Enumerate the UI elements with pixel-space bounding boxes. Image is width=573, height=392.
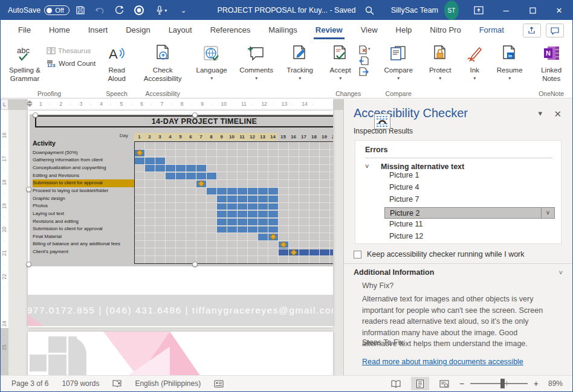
- thesaurus-button[interactable]: Thesaurus: [47, 47, 96, 55]
- error-item-picture-11[interactable]: Picture 11: [389, 220, 422, 228]
- selection-handle-bottom-middle[interactable]: [192, 262, 198, 267]
- tracking-button[interactable]: Tracking ▾: [282, 42, 318, 88]
- gantt-activity-label: Graphic design: [33, 195, 134, 203]
- quick-access-more-icon[interactable]: ⌄: [177, 7, 190, 14]
- word-count-indicator[interactable]: 1079 words: [62, 379, 99, 388]
- maximize-button[interactable]: [519, 1, 546, 20]
- undo-icon[interactable]: [95, 6, 108, 15]
- ribbon-display-options-icon[interactable]: [472, 1, 485, 20]
- zoom-slider[interactable]: [470, 383, 528, 384]
- tab-selector[interactable]: L: [1, 99, 8, 110]
- thesaurus-icon: [47, 47, 56, 55]
- additional-information-header[interactable]: Additional Information: [354, 268, 434, 277]
- read-aloud-button[interactable]: A Read Aloud: [100, 42, 133, 88]
- tab-home[interactable]: Home: [40, 22, 79, 39]
- tab-insert[interactable]: Insert: [79, 22, 117, 39]
- zoom-in-button[interactable]: +: [534, 379, 539, 388]
- hruler-number: 6: [140, 101, 143, 107]
- error-item-picture-12[interactable]: Picture 12: [389, 232, 423, 240]
- tab-review[interactable]: Review: [306, 22, 352, 39]
- selected-error-label: Picture 2: [385, 209, 541, 217]
- proofing-status-icon[interactable]: [112, 379, 121, 388]
- language-button[interactable]: Language ▾: [192, 42, 231, 88]
- ribbon: abc Spelling & Grammar Thesaurus 123 Wor…: [1, 39, 572, 98]
- account-name[interactable]: SillySac Team: [391, 1, 438, 20]
- item-dropdown-icon[interactable]: ˅: [541, 208, 554, 218]
- tab-references[interactable]: References: [201, 22, 259, 39]
- comments-button[interactable]: [546, 24, 564, 37]
- error-item-picture-4[interactable]: Picture 4: [389, 183, 419, 191]
- zoom-out-button[interactable]: −: [459, 379, 464, 388]
- redo-icon[interactable]: [114, 5, 128, 15]
- pane-options-icon[interactable]: ▾: [538, 109, 542, 118]
- hruler-number: 13: [282, 101, 287, 107]
- minimize-button[interactable]: ─: [493, 1, 519, 20]
- selection-handle-bottom-left[interactable]: [26, 262, 31, 267]
- document-page[interactable]: 14-DAY PROJECT TIMELINE Day 123456789101…: [28, 111, 333, 327]
- print-layout-button[interactable]: [411, 377, 429, 390]
- next-page-preview[interactable]: [28, 332, 333, 376]
- previous-change-button[interactable]: [359, 56, 372, 65]
- svg-text:123: 123: [47, 63, 56, 68]
- save-icon[interactable]: [76, 5, 89, 15]
- indent-markers[interactable]: [27, 100, 32, 108]
- spelling-grammar-button[interactable]: abc Spelling & Grammar: [3, 42, 47, 88]
- language-indicator[interactable]: English (Philippines): [135, 379, 201, 388]
- zoom-slider-thumb[interactable]: [500, 379, 505, 388]
- selection-handle-top-middle[interactable]: [192, 112, 198, 118]
- dictate-icon[interactable]: ▾: [153, 5, 171, 15]
- tab-nitro-pro[interactable]: Nitro Pro: [421, 22, 470, 39]
- selection-handle-top-left[interactable]: [33, 112, 38, 118]
- ribbon-group-accessibility: Check Accessibility Accessibility: [135, 39, 190, 98]
- search-icon[interactable]: [363, 1, 377, 20]
- vertical-ruler[interactable]: 16·17·18·19·20·21·22·24·25·: [1, 99, 8, 376]
- tab-view[interactable]: View: [352, 22, 387, 39]
- next-change-button[interactable]: [359, 67, 372, 76]
- error-group-label[interactable]: Missing alternative text: [381, 162, 464, 171]
- macro-recording-icon[interactable]: [214, 380, 224, 388]
- collapse-group-icon[interactable]: ˅: [365, 162, 369, 170]
- keep-running-checkbox[interactable]: [354, 251, 361, 259]
- autosave-toggle[interactable]: AutoSave Off: [8, 5, 70, 15]
- tab-help[interactable]: Help: [387, 22, 421, 39]
- error-item-picture-1[interactable]: Picture 1: [389, 171, 419, 179]
- autosave-label: AutoSave: [8, 6, 40, 14]
- page-indicator[interactable]: Page 3 of 6: [11, 379, 48, 388]
- linked-notes-button[interactable]: N Linked Notes: [532, 42, 571, 88]
- gantt-day-14: 14: [268, 133, 278, 141]
- tab-layout[interactable]: Layout: [160, 22, 201, 39]
- read-more-link[interactable]: Read more about making documents accessi…: [362, 358, 523, 366]
- check-accessibility-button[interactable]: Check Accessibility: [138, 42, 187, 88]
- resume-button[interactable]: in Resume ▾: [492, 42, 527, 88]
- tab-format[interactable]: Format: [470, 22, 513, 39]
- compare-button[interactable]: Compare ▾: [378, 42, 418, 88]
- accept-button[interactable]: Accept ▾: [323, 42, 358, 88]
- comments-dropdown-button[interactable]: Comments ▾: [236, 42, 277, 88]
- word-count-button[interactable]: 123 Word Count: [47, 59, 96, 68]
- horizontal-ruler[interactable]: 1·2·3·4·5·6·7·8·9·10·11·12·13·14·: [8, 99, 343, 110]
- svg-text:N: N: [546, 50, 551, 57]
- gantt-day-12: 12: [247, 133, 257, 141]
- tab-design[interactable]: Design: [117, 22, 159, 39]
- ink-button[interactable]: Ink ▾: [462, 42, 487, 88]
- error-item-picture-7[interactable]: Picture 7: [389, 195, 419, 204]
- share-button[interactable]: [523, 24, 541, 37]
- tab-mailings[interactable]: Mailings: [259, 22, 306, 39]
- read-mode-button[interactable]: [387, 377, 405, 390]
- zoom-level[interactable]: 89%: [545, 379, 563, 388]
- web-layout-button[interactable]: [435, 377, 453, 390]
- gantt-chart-image[interactable]: 14-DAY PROJECT TIMELINE Day 123456789101…: [30, 114, 333, 266]
- tab-file[interactable]: File: [9, 22, 40, 39]
- reject-button[interactable]: ▾: [359, 45, 372, 54]
- close-button[interactable]: ✕: [546, 1, 572, 20]
- avatar[interactable]: ST: [444, 1, 459, 20]
- record-icon[interactable]: [134, 5, 147, 16]
- selection-handle-left-middle[interactable]: [26, 187, 31, 192]
- additional-info-collapse-icon[interactable]: ˅: [559, 269, 563, 276]
- protect-button[interactable]: Protect ▾: [423, 42, 457, 88]
- company-logo: [30, 336, 90, 376]
- selected-error-item[interactable]: Picture 2 ˅: [384, 207, 555, 219]
- pane-close-icon[interactable]: ✕: [554, 109, 562, 120]
- keep-running-row[interactable]: Keep accessibility checker running while…: [354, 250, 525, 259]
- vruler-number: 24: [1, 318, 7, 330]
